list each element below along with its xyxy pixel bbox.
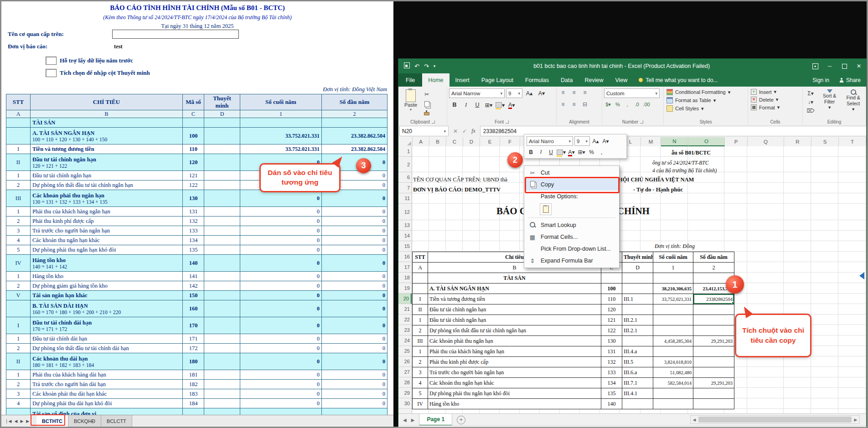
xl-cell[interactable]: III.6.a bbox=[622, 367, 653, 378]
xl-cell[interactable]: 133 bbox=[601, 367, 622, 378]
xl-cell[interactable]: 2 bbox=[413, 325, 428, 336]
number-format-combo[interactable]: Custom▾ bbox=[604, 88, 660, 98]
xl-cell[interactable]: III.4.a bbox=[622, 346, 653, 357]
cell-start[interactable]: 0 bbox=[322, 281, 388, 291]
fill-icon[interactable]: ↓▾ bbox=[805, 98, 816, 106]
cell-note[interactable] bbox=[204, 334, 240, 344]
xl-cell[interactable]: 4 bbox=[413, 378, 428, 388]
font-size-combo[interactable]: 9▾ bbox=[506, 88, 522, 98]
insert-cells-button[interactable]: +Insert ▾ bbox=[750, 88, 801, 95]
xl-cell[interactable]: 1 bbox=[413, 346, 428, 357]
ribbon-tab-insert[interactable]: Insert bbox=[450, 73, 475, 87]
xl-cell[interactable]: 140 bbox=[601, 399, 622, 409]
xl-cell[interactable] bbox=[693, 367, 734, 378]
select-all-corner[interactable] bbox=[398, 137, 413, 146]
xl-cell[interactable]: 132 bbox=[601, 357, 622, 367]
scroll-right-icon[interactable]: ▶ bbox=[852, 418, 859, 422]
column-header-M[interactable]: M bbox=[641, 137, 661, 146]
column-header-B[interactable]: B bbox=[429, 137, 446, 146]
row-header-27[interactable]: 27 bbox=[398, 367, 412, 377]
ribbon-tab-review[interactable]: Review bbox=[579, 73, 609, 87]
column-header-N[interactable]: N bbox=[661, 137, 688, 146]
xl-cell[interactable] bbox=[693, 388, 734, 399]
xl-cell[interactable]: 2 bbox=[413, 357, 428, 367]
cell-start[interactable]: 0 bbox=[322, 370, 388, 380]
xl-cell[interactable] bbox=[601, 273, 622, 284]
xl-cell[interactable]: 134 bbox=[601, 378, 622, 388]
column-header-S[interactable]: S bbox=[811, 137, 839, 146]
comma-format-icon[interactable]: , bbox=[623, 100, 631, 108]
mini-bold-button[interactable]: B bbox=[527, 148, 535, 156]
cell-note[interactable] bbox=[204, 353, 240, 370]
xl-cell[interactable]: Phải thu kinh phí được cấp bbox=[428, 357, 601, 367]
row-header-24[interactable]: 24 bbox=[398, 335, 412, 346]
cell-end[interactable] bbox=[240, 118, 322, 128]
row-header-29[interactable]: 29 bbox=[398, 388, 412, 398]
align-middle-icon[interactable]: ≡ bbox=[569, 88, 579, 97]
cell-note[interactable] bbox=[204, 255, 240, 272]
notes-column-checkbox[interactable] bbox=[46, 69, 57, 77]
find-select-button[interactable]: Find & Select▾ bbox=[842, 88, 864, 119]
xl-cell[interactable]: IV bbox=[413, 399, 428, 409]
cell-note[interactable] bbox=[204, 128, 240, 144]
cell-note[interactable] bbox=[204, 281, 240, 291]
cell-start[interactable]: 0 bbox=[322, 389, 388, 399]
menu-item-expand-formula-bar[interactable]: ⇕Expand Formula Bar bbox=[524, 255, 619, 267]
xl-cell[interactable]: 122 bbox=[601, 325, 622, 336]
xl-cell[interactable]: Dự phòng tổn thất đầu tư tài chính ngắn … bbox=[428, 325, 601, 336]
xl-cell[interactable]: 131 bbox=[601, 346, 622, 357]
insert-function-icon[interactable]: fx bbox=[471, 128, 475, 134]
xl-cell[interactable] bbox=[653, 346, 693, 357]
prev-sheet-icon[interactable]: ◀ bbox=[14, 419, 17, 423]
column-header-D[interactable]: D bbox=[463, 137, 480, 146]
cell-start[interactable]: 0 bbox=[322, 245, 388, 255]
xl-cell[interactable] bbox=[693, 357, 734, 367]
xl-cell[interactable]: 3 bbox=[413, 367, 428, 378]
cell-end[interactable]: 0 bbox=[240, 317, 322, 334]
cell-start[interactable]: 0 bbox=[322, 317, 388, 334]
xl-cell[interactable]: 130 bbox=[601, 336, 622, 346]
cell-start[interactable] bbox=[322, 118, 388, 128]
cell-end[interactable]: 0 bbox=[240, 300, 322, 317]
accounting-format-icon[interactable]: $▾ bbox=[604, 100, 612, 108]
underline-button[interactable]: U bbox=[472, 100, 483, 109]
xl-cell[interactable]: 33,752,021,331 bbox=[653, 294, 693, 304]
cell-note[interactable] bbox=[204, 344, 240, 353]
xl-cell[interactable]: Tiền và tương đương tiền bbox=[428, 294, 601, 304]
xl-cell[interactable]: Phải thu của khách hàng ngắn hạn bbox=[428, 346, 601, 357]
autosum-icon[interactable]: Σ▾ bbox=[805, 89, 816, 97]
ribbon-tab-view[interactable]: View bbox=[609, 73, 633, 87]
cell-end[interactable]: 0 bbox=[240, 380, 322, 389]
column-header-E[interactable]: E bbox=[480, 137, 500, 146]
cell-start[interactable]: 0 bbox=[322, 226, 388, 236]
column-header-R[interactable]: R bbox=[784, 137, 811, 146]
cell-styles-button[interactable]: Cell Styles ▾ bbox=[666, 105, 746, 112]
last-sheet-icon[interactable]: ▶❘ bbox=[26, 419, 32, 423]
cell-end[interactable]: 0 bbox=[240, 255, 322, 272]
cell-note[interactable] bbox=[204, 171, 240, 180]
xl-cell[interactable]: 100 bbox=[601, 284, 622, 294]
menu-item-paste-options[interactable]: Paste Options: bbox=[524, 191, 619, 202]
xl-cell[interactable] bbox=[622, 304, 653, 315]
cell-note[interactable] bbox=[204, 207, 240, 217]
mini-font-size-combo[interactable]: 9▾ bbox=[574, 136, 590, 146]
xl-cell[interactable]: III.5 bbox=[622, 357, 653, 367]
row-header-20[interactable]: 20 bbox=[398, 294, 412, 304]
mini-grow-font-icon[interactable]: A▴ bbox=[591, 137, 600, 145]
xl-cell[interactable]: Các khoản phải thu ngắn hạn bbox=[428, 336, 601, 346]
percent-format-icon[interactable]: % bbox=[614, 100, 622, 108]
ribbon-tab-data[interactable]: Data bbox=[555, 73, 579, 87]
xl-cell[interactable]: 120 bbox=[601, 304, 622, 315]
dialog-launcher-icon[interactable] bbox=[432, 120, 435, 124]
xl-cell[interactable]: 51,082,480 bbox=[653, 367, 693, 378]
row-header-7[interactable]: 7 bbox=[398, 183, 412, 193]
row-header-15[interactable]: 15 bbox=[398, 241, 412, 252]
xl-cell[interactable]: III.2.1 bbox=[622, 325, 653, 336]
tell-me-box[interactable]: Tell me what you want to do... bbox=[633, 73, 723, 87]
cell-end[interactable]: 0 bbox=[240, 370, 322, 380]
row-header-1[interactable]: 1 bbox=[398, 146, 412, 157]
cell-note[interactable] bbox=[204, 317, 240, 334]
row-header-17[interactable]: 17 bbox=[398, 262, 412, 273]
sheet-tab-page1[interactable]: Page 1 bbox=[419, 414, 452, 426]
cell-end[interactable]: 0 bbox=[240, 344, 322, 353]
